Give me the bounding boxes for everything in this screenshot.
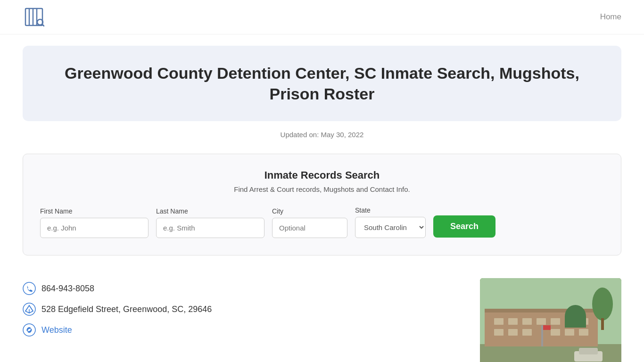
phone-row: 864-943-8058 — [23, 282, 212, 295]
city-label: City — [272, 207, 347, 215]
svg-rect-16 — [508, 318, 518, 325]
svg-point-10 — [23, 324, 35, 336]
nav-links: Home — [600, 12, 621, 22]
logo-icon — [23, 6, 45, 28]
state-field: State South Carolin Alabama Alaska Arizo… — [355, 206, 426, 238]
svg-rect-27 — [579, 329, 588, 336]
last-name-input[interactable] — [156, 218, 264, 238]
info-section: 864-943-8058 528 Edgefield Street, Green… — [0, 267, 644, 362]
hero-banner: Greenwood County Detention Center, SC In… — [23, 46, 621, 121]
state-label: State — [355, 206, 426, 214]
svg-rect-23 — [508, 329, 518, 336]
address-icon — [23, 303, 36, 316]
search-card-title: Inmate Records Search — [40, 169, 604, 181]
facility-image — [480, 278, 621, 362]
address-row: 528 Edgefield Street, Greenwood, SC, 296… — [23, 303, 212, 316]
phone-number: 864-943-8058 — [41, 284, 94, 294]
svg-rect-34 — [543, 325, 551, 330]
svg-rect-15 — [494, 318, 504, 325]
svg-rect-19 — [551, 318, 560, 325]
link-icon — [23, 323, 36, 337]
search-card: Inmate Records Search Find Arrest & Cour… — [23, 154, 621, 255]
svg-rect-21 — [579, 318, 588, 325]
svg-rect-18 — [537, 318, 546, 325]
svg-rect-26 — [565, 329, 574, 336]
address-text: 528 Edgefield Street, Greenwood, SC, 296… — [41, 304, 212, 314]
updated-date: Updated on: May 30, 2022 — [0, 131, 644, 139]
svg-rect-14 — [485, 309, 598, 313]
last-name-label: Last Name — [156, 207, 264, 215]
nav-home-link[interactable]: Home — [600, 12, 621, 22]
svg-rect-29 — [601, 318, 604, 330]
svg-rect-33 — [541, 325, 543, 346]
svg-point-28 — [592, 288, 613, 321]
contact-info: 864-943-8058 528 Edgefield Street, Green… — [23, 278, 212, 337]
page-title: Greenwood County Detention Center, SC In… — [45, 63, 599, 104]
svg-rect-32 — [579, 348, 598, 354]
facility-image-bg — [480, 278, 621, 362]
search-card-subtitle: Find Arrest & Court records, Mugshots an… — [40, 185, 604, 193]
svg-rect-20 — [565, 318, 574, 325]
phone-icon — [23, 282, 36, 295]
search-button[interactable]: Search — [433, 215, 495, 238]
first-name-input[interactable] — [40, 218, 149, 238]
svg-rect-24 — [522, 329, 532, 336]
svg-rect-0 — [25, 8, 42, 25]
city-input[interactable] — [272, 218, 347, 238]
svg-rect-25 — [551, 329, 560, 336]
first-name-field: First Name — [40, 207, 149, 238]
website-link[interactable]: Website — [41, 325, 72, 335]
first-name-label: First Name — [40, 207, 149, 215]
website-row: Website — [23, 323, 212, 337]
search-form: First Name Last Name City State South Ca… — [40, 206, 604, 238]
city-field: City — [272, 207, 347, 238]
logo[interactable] — [23, 6, 45, 28]
last-name-field: Last Name — [156, 207, 264, 238]
facility-svg — [480, 278, 621, 362]
svg-rect-17 — [522, 318, 532, 325]
svg-point-6 — [23, 282, 35, 295]
svg-rect-22 — [494, 329, 504, 336]
navbar: Home — [0, 0, 644, 34]
state-select[interactable]: South Carolin Alabama Alaska Arizona Ark… — [355, 217, 426, 238]
